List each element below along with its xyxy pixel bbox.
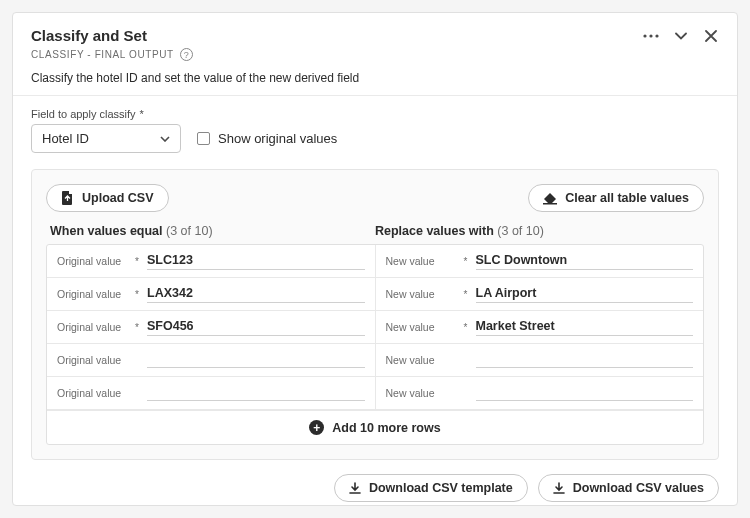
cell-label: Original value: [57, 321, 127, 333]
footer-buttons: Download CSV template Download CSV value…: [31, 474, 719, 502]
cell-label: New value: [386, 288, 456, 300]
plus-icon: +: [309, 420, 324, 435]
svg-point-1: [649, 34, 652, 37]
panel-title: Classify and Set: [31, 27, 147, 44]
show-original-checkbox[interactable]: Show original values: [197, 131, 337, 146]
new-value-input[interactable]: LA Airport: [476, 286, 694, 303]
required-asterisk: *: [462, 256, 470, 267]
chevron-down-icon: [160, 136, 170, 142]
col-left-title: When values equal: [50, 224, 163, 238]
clear-table-button[interactable]: Clear all table values: [528, 184, 704, 212]
new-value-input[interactable]: SLC Downtown: [476, 253, 694, 270]
eraser-icon: [543, 192, 557, 205]
upload-csv-label: Upload CSV: [82, 191, 154, 205]
subtitle-row: CLASSIFY - FINAL OUTPUT ?: [31, 48, 719, 61]
clear-table-label: Clear all table values: [565, 191, 689, 205]
download-values-button[interactable]: Download CSV values: [538, 474, 719, 502]
original-value-cell[interactable]: Original value: [47, 377, 376, 409]
new-value-cell[interactable]: New value*SLC Downtown: [376, 245, 704, 277]
panel-body: Field to apply classify * Hotel ID Show …: [13, 96, 737, 505]
download-icon: [349, 482, 361, 495]
new-value-input[interactable]: [476, 352, 694, 368]
new-value-cell[interactable]: New value*LA Airport: [376, 278, 704, 310]
col-right-count: (3 of 10): [497, 224, 544, 238]
cell-label: New value: [386, 255, 456, 267]
table-row: Original value*LAX342New value*LA Airpor…: [47, 278, 703, 311]
table-block: Upload CSV Clear all table values When v…: [31, 169, 719, 460]
svg-rect-3: [543, 203, 557, 205]
download-values-label: Download CSV values: [573, 481, 704, 495]
required-asterisk: *: [140, 108, 144, 120]
cell-label: Original value: [57, 387, 127, 399]
col-right-title: Replace values with: [375, 224, 494, 238]
checkbox-box: [197, 132, 210, 145]
cell-label: New value: [386, 321, 456, 333]
download-icon: [553, 482, 565, 495]
cell-label: Original value: [57, 354, 127, 366]
required-asterisk: *: [133, 289, 141, 300]
new-value-cell[interactable]: New value: [376, 344, 704, 376]
cell-label: New value: [386, 354, 456, 366]
table-row: Original value*SLC123New value*SLC Downt…: [47, 245, 703, 278]
col-header-left: When values equal (3 of 10): [50, 224, 375, 238]
field-select[interactable]: Hotel ID: [31, 124, 181, 153]
new-value-input[interactable]: [476, 385, 694, 401]
download-template-button[interactable]: Download CSV template: [334, 474, 528, 502]
table-row: Original value*SFO456New value*Market St…: [47, 311, 703, 344]
file-upload-icon: [61, 191, 74, 205]
header-actions: [643, 28, 719, 44]
panel-description: Classify the hotel ID and set the value …: [31, 71, 719, 85]
cell-label: Original value: [57, 255, 127, 267]
table-row: Original valueNew value: [47, 344, 703, 377]
field-select-value: Hotel ID: [42, 131, 89, 146]
svg-point-0: [643, 34, 646, 37]
panel-header: Classify and Set CLASSIFY - FINAL OUTPUT…: [13, 13, 737, 96]
help-icon[interactable]: ?: [180, 48, 193, 61]
svg-point-2: [655, 34, 658, 37]
upload-csv-button[interactable]: Upload CSV: [46, 184, 169, 212]
field-label-text: Field to apply classify: [31, 108, 136, 120]
cell-label: Original value: [57, 288, 127, 300]
original-value-cell[interactable]: Original value*LAX342: [47, 278, 376, 310]
mapping-grid: Original value*SLC123New value*SLC Downt…: [46, 244, 704, 445]
download-template-label: Download CSV template: [369, 481, 513, 495]
field-row: Hotel ID Show original values: [31, 124, 719, 153]
panel-subtitle: CLASSIFY - FINAL OUTPUT: [31, 49, 174, 60]
required-asterisk: *: [133, 322, 141, 333]
required-asterisk: *: [133, 256, 141, 267]
close-icon[interactable]: [703, 28, 719, 44]
field-label: Field to apply classify *: [31, 108, 719, 120]
required-asterisk: *: [462, 289, 470, 300]
more-icon[interactable]: [643, 28, 659, 44]
original-value-input[interactable]: [147, 385, 365, 401]
classify-set-panel: Classify and Set CLASSIFY - FINAL OUTPUT…: [12, 12, 738, 506]
table-row: Original valueNew value: [47, 377, 703, 410]
col-header-right: Replace values with (3 of 10): [375, 224, 700, 238]
original-value-cell[interactable]: Original value*SLC123: [47, 245, 376, 277]
new-value-cell[interactable]: New value: [376, 377, 704, 409]
original-value-cell[interactable]: Original value*SFO456: [47, 311, 376, 343]
original-value-input[interactable]: LAX342: [147, 286, 365, 303]
col-left-count: (3 of 10): [166, 224, 213, 238]
original-value-input[interactable]: [147, 352, 365, 368]
new-value-input[interactable]: Market Street: [476, 319, 694, 336]
required-asterisk: *: [462, 322, 470, 333]
checkbox-label: Show original values: [218, 131, 337, 146]
column-headers: When values equal (3 of 10) Replace valu…: [46, 224, 704, 238]
original-value-input[interactable]: SLC123: [147, 253, 365, 270]
original-value-cell[interactable]: Original value: [47, 344, 376, 376]
add-rows-button[interactable]: +Add 10 more rows: [47, 410, 703, 444]
chevron-down-icon[interactable]: [673, 28, 689, 44]
add-rows-label: Add 10 more rows: [332, 421, 440, 435]
new-value-cell[interactable]: New value*Market Street: [376, 311, 704, 343]
table-toolbar: Upload CSV Clear all table values: [46, 184, 704, 212]
header-top: Classify and Set: [31, 27, 719, 44]
cell-label: New value: [386, 387, 456, 399]
original-value-input[interactable]: SFO456: [147, 319, 365, 336]
